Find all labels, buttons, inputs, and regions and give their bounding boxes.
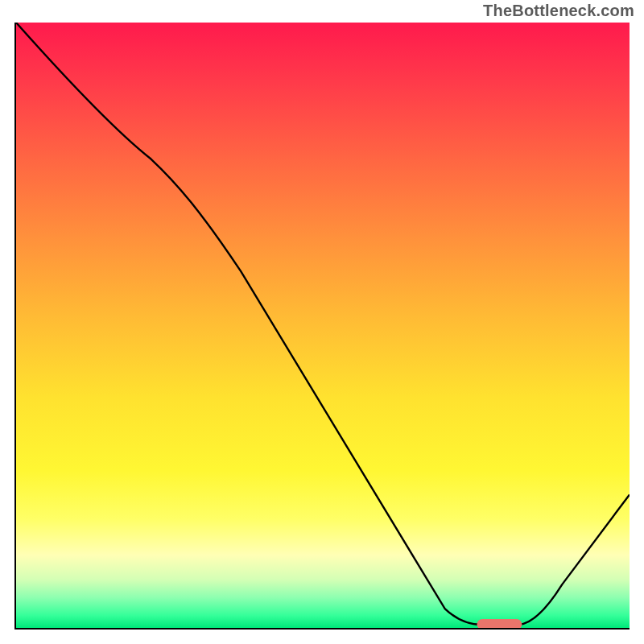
curve-overlay [16, 23, 630, 628]
attribution-text: TheBottleneck.com [483, 2, 634, 20]
plot-area [14, 23, 630, 630]
optimum-marker [477, 619, 522, 628]
bottleneck-curve-path [16, 23, 630, 625]
chart-frame: TheBottleneck.com [0, 0, 644, 644]
